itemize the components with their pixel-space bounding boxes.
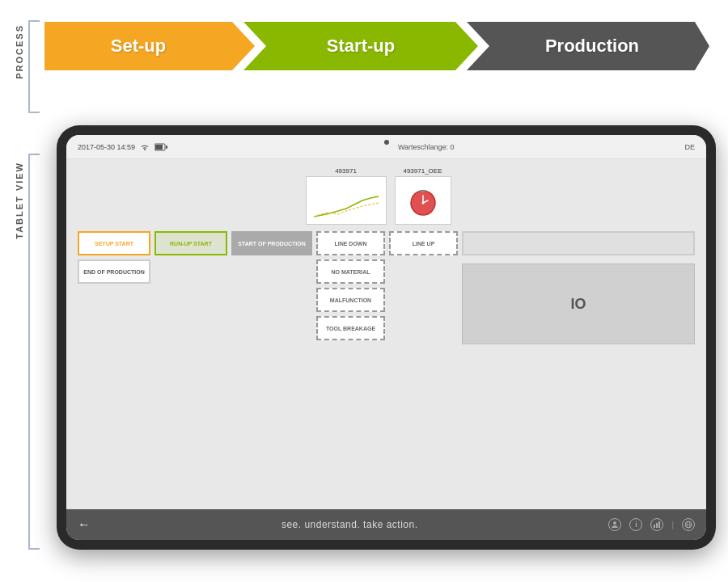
tablet-bottombar: ← see. understand. take action. i	[66, 509, 706, 540]
svg-rect-1	[155, 145, 163, 150]
tablet-bracket	[28, 154, 40, 550]
status-buttons: LINE DOWN NO MATERIAL MALFUNCTION TOOL B…	[316, 231, 385, 340]
malfunction-button[interactable]: MALFUNCTION	[316, 288, 385, 312]
line-up-button[interactable]: LINE UP	[389, 231, 458, 255]
production-arrow[interactable]: Production	[467, 22, 709, 70]
chart-svg	[653, 521, 661, 529]
part-number: 493971	[306, 167, 387, 175]
setup-label: Set-up	[111, 36, 166, 57]
part-number-section: 493971	[306, 167, 387, 225]
info-icon[interactable]: i	[629, 518, 642, 531]
chart-icon[interactable]	[650, 518, 663, 531]
tool-breakage-button[interactable]: TOOL BREAKAGE	[316, 316, 385, 340]
oee-label: 493971_OEE	[395, 167, 451, 175]
bottombar-icons: i |	[608, 518, 695, 531]
left-buttons: SETUP START END OF PRODUCTION	[78, 231, 150, 284]
runup-start-button[interactable]: RUN-UP START	[154, 231, 227, 255]
process-label: PROCESS	[15, 24, 24, 79]
user-svg	[611, 521, 619, 529]
battery-icon	[154, 143, 167, 151]
tablet-screen: 2017-05-30 14:59 Warteschlange: 0	[66, 135, 706, 540]
svg-rect-12	[658, 521, 660, 528]
buttons-area: SETUP START END OF PRODUCTION RUN-UP STA…	[78, 231, 695, 344]
svg-rect-10	[654, 525, 655, 528]
lineup-buttons: LINE UP	[389, 231, 458, 255]
lang-display: DE	[684, 143, 695, 151]
tablet-view-label: TABLET VIEW	[15, 162, 24, 239]
globe-icon[interactable]	[682, 518, 695, 531]
oee-section: 493971_OEE	[395, 167, 451, 225]
no-material-button[interactable]: NO MATERIAL	[316, 259, 385, 284]
end-of-production-button[interactable]: END OF PRODUCTION	[78, 259, 150, 284]
globe-svg	[684, 521, 692, 529]
tablet-topbar: 2017-05-30 14:59 Warteschlange: 0	[66, 135, 706, 159]
startup-label: Start-up	[327, 36, 395, 57]
oee-box	[395, 176, 451, 225]
startup-arrow[interactable]: Start-up	[243, 22, 478, 70]
back-button[interactable]: ←	[78, 517, 91, 532]
tablet-content: 493971 493971_OEE	[66, 159, 706, 509]
queue-display: Warteschlange: 0	[398, 143, 455, 151]
tagline: see. understand. take action.	[281, 519, 418, 530]
process-arrows: Set-up Start-up Production	[44, 18, 712, 74]
performance-chart	[310, 188, 383, 221]
stopwatch-icon	[405, 183, 441, 218]
wifi-icon	[140, 143, 150, 151]
datetime-display: 2017-05-30 14:59	[78, 143, 135, 151]
start-production-button[interactable]: START OF PRODUCTION	[231, 231, 312, 255]
camera-dot	[384, 140, 389, 145]
production-buttons: START OF PRODUCTION	[231, 231, 312, 255]
setup-start-button[interactable]: SETUP START	[78, 231, 150, 255]
right-area: IO	[462, 231, 695, 344]
svg-rect-11	[656, 523, 658, 528]
tablet-container: 2017-05-30 14:59 Warteschlange: 0	[57, 125, 716, 550]
tablet-outer: 2017-05-30 14:59 Warteschlange: 0	[57, 125, 716, 550]
setup-arrow[interactable]: Set-up	[44, 22, 255, 70]
info-panel: 493971 493971_OEE	[306, 167, 451, 225]
topbar-left: 2017-05-30 14:59	[78, 143, 167, 151]
io-value: IO	[570, 296, 586, 313]
svg-point-8	[421, 202, 424, 205]
chart-box	[306, 176, 387, 225]
process-bracket	[28, 20, 40, 113]
svg-rect-2	[166, 146, 167, 149]
runup-buttons: RUN-UP START	[154, 231, 227, 255]
io-display: IO	[462, 264, 695, 344]
production-label: Production	[545, 36, 639, 57]
top-info-row: 493971 493971_OEE	[78, 167, 695, 225]
line-down-button[interactable]: LINE DOWN	[316, 231, 385, 255]
empty-button-1[interactable]	[462, 231, 695, 255]
svg-point-9	[613, 521, 616, 525]
user-icon[interactable]	[608, 518, 621, 531]
